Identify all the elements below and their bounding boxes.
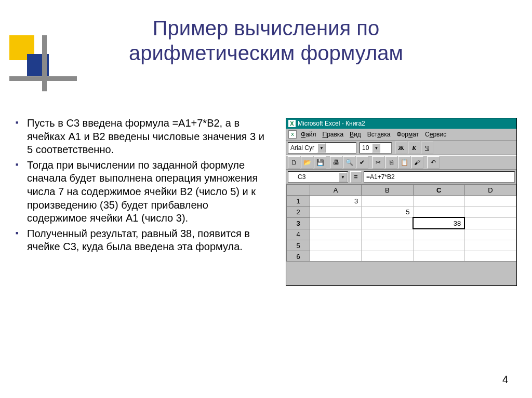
slide: Пример вычисления по арифметическим форм…: [0, 0, 532, 398]
excel-screenshot: X Microsoft Excel - Книга2 X Файл Правка…: [286, 118, 517, 286]
menu-view[interactable]: Вид: [350, 131, 361, 138]
cell[interactable]: [464, 196, 516, 207]
menu-format[interactable]: Формат: [396, 131, 419, 138]
chevron-down-icon[interactable]: ▼: [317, 143, 326, 153]
active-cell[interactable]: 38: [413, 217, 464, 229]
cell[interactable]: [464, 251, 516, 262]
equals-button[interactable]: =: [350, 171, 362, 183]
row-header[interactable]: 4: [287, 229, 310, 240]
cell[interactable]: [362, 240, 413, 251]
format-painter-icon[interactable]: 🖌: [411, 156, 423, 169]
name-box-value: C3: [298, 173, 305, 181]
col-header-d[interactable]: D: [464, 185, 516, 196]
cell[interactable]: [362, 217, 413, 229]
row-header[interactable]: 3: [287, 217, 310, 229]
bullet-item: Тогда при вычислении по заданной формуле…: [15, 159, 267, 225]
page-number: 4: [502, 374, 508, 386]
cell[interactable]: [310, 251, 362, 262]
cell[interactable]: [464, 229, 516, 240]
undo-icon[interactable]: ↶: [427, 156, 440, 169]
menu-insert[interactable]: Вставка: [367, 131, 391, 138]
font-name-combo[interactable]: Arial Cyr ▼: [288, 142, 356, 154]
print-icon[interactable]: 🖶: [330, 156, 342, 169]
cell[interactable]: [362, 229, 413, 240]
excel-app-icon: X: [288, 120, 296, 127]
formula-input[interactable]: =A1+7*B2: [364, 171, 515, 183]
font-size-combo[interactable]: 10 ▼: [360, 142, 392, 154]
spellcheck-icon[interactable]: ✔: [356, 156, 368, 169]
chevron-down-icon[interactable]: ▼: [372, 143, 380, 153]
cell[interactable]: [464, 240, 516, 251]
spreadsheet-grid[interactable]: A B C D 1 3 2 5: [286, 184, 516, 261]
cut-icon[interactable]: ✂: [372, 156, 384, 169]
menu-file[interactable]: Файл: [301, 131, 316, 138]
col-header-c[interactable]: C: [413, 185, 464, 196]
cell[interactable]: [362, 196, 413, 207]
underline-button[interactable]: Ч: [421, 142, 433, 154]
formula-bar: C3 ▼ = =A1+7*B2: [286, 170, 516, 184]
col-header-a[interactable]: A: [310, 185, 362, 196]
italic-button[interactable]: К: [408, 142, 420, 154]
formatting-toolbar: Arial Cyr ▼ 10 ▼ Ж К Ч: [286, 141, 516, 155]
copy-icon[interactable]: ⎘: [385, 156, 397, 169]
cell[interactable]: 3: [310, 196, 362, 207]
cell[interactable]: [310, 240, 362, 251]
row-header[interactable]: 2: [287, 207, 310, 218]
window-titlebar: X Microsoft Excel - Книга2: [286, 118, 516, 129]
col-header-b[interactable]: B: [362, 185, 413, 196]
row-header[interactable]: 5: [287, 240, 310, 251]
cell[interactable]: [413, 229, 464, 240]
bold-button[interactable]: Ж: [395, 142, 407, 154]
slide-title: Пример вычисления по арифметическим форм…: [0, 16, 532, 65]
bullet-item: Полученный результат, равный 38, появитс…: [15, 227, 267, 254]
cell[interactable]: [413, 196, 464, 207]
workbook-icon: X: [288, 130, 297, 139]
font-name-value: Arial Cyr: [290, 144, 314, 152]
cell[interactable]: [413, 240, 464, 251]
cell[interactable]: [464, 217, 516, 229]
row-header[interactable]: 6: [287, 251, 310, 262]
bullet-item: Пусть в С3 введена формула =А1+7*В2, а в…: [15, 117, 267, 157]
cell[interactable]: 5: [362, 207, 413, 218]
preview-icon[interactable]: 🔍: [343, 156, 355, 169]
title-line1: Пример вычисления по: [153, 17, 379, 39]
name-box[interactable]: C3 ▼: [288, 171, 348, 183]
cell[interactable]: [310, 229, 362, 240]
bullet-list: Пусть в С3 введена формула =А1+7*В2, а в…: [15, 117, 267, 256]
menu-edit[interactable]: Правка: [323, 131, 344, 138]
grey-bar-horizontal: [9, 76, 77, 81]
chevron-down-icon[interactable]: ▼: [339, 172, 347, 182]
cell[interactable]: [310, 207, 362, 218]
paste-icon[interactable]: 📋: [398, 156, 410, 169]
cell[interactable]: [464, 207, 516, 218]
title-line2: арифметическим формулам: [129, 42, 403, 64]
standard-toolbar: 🗋 📂 💾 🖶 🔍 ✔ ✂ ⎘ 📋 🖌 ↶: [286, 155, 516, 170]
excel-bottom-edge: [286, 261, 516, 266]
menu-tools[interactable]: Сервис: [425, 131, 446, 138]
row-header[interactable]: 1: [287, 196, 310, 207]
open-icon[interactable]: 📂: [301, 156, 313, 169]
save-icon[interactable]: 💾: [314, 156, 326, 169]
window-title: Microsoft Excel - Книга2: [298, 120, 365, 127]
cell[interactable]: [413, 251, 464, 262]
formula-value: =A1+7*B2: [366, 173, 395, 181]
cell[interactable]: [413, 207, 464, 218]
new-icon[interactable]: 🗋: [288, 156, 300, 169]
cell[interactable]: [362, 251, 413, 262]
cell[interactable]: [310, 217, 362, 229]
font-size-value: 10: [362, 144, 369, 152]
select-all-corner[interactable]: [287, 185, 310, 196]
menu-bar[interactable]: X Файл Правка Вид Вставка Формат Сервис: [286, 129, 516, 141]
